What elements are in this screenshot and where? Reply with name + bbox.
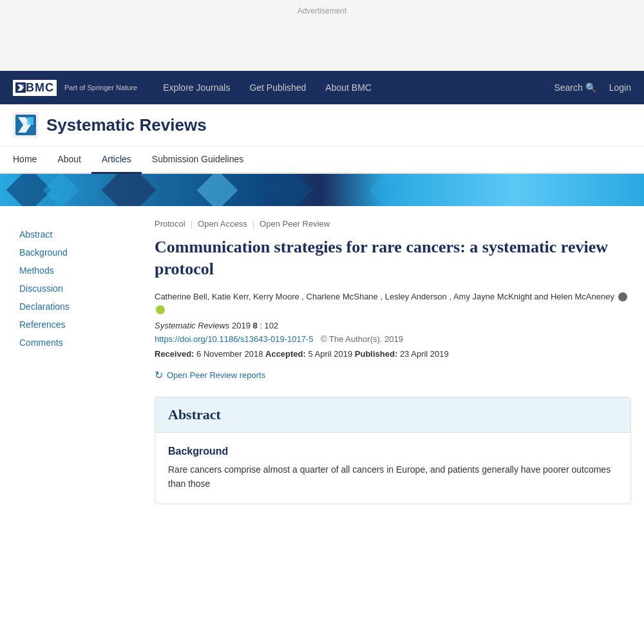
published-label: Published: (355, 349, 397, 359)
springer-nature-text: Part of Springer Nature (64, 84, 137, 91)
search-icon: 🔍 (585, 82, 596, 93)
banner-decoration (0, 174, 644, 206)
published-date: 23 April 2019 (400, 349, 449, 359)
orcid-icon (156, 305, 165, 314)
nav-home[interactable]: Home (13, 146, 47, 174)
copyright-text: © The Author(s). 2019 (321, 334, 403, 344)
banner-shape-5 (267, 174, 313, 206)
sidebar-item-references[interactable]: References (13, 316, 142, 334)
badge-peer-review: Open Peer Review (260, 219, 330, 229)
get-published-link[interactable]: Get Published (249, 82, 306, 93)
sidebar-item-abstract[interactable]: Abstract (13, 225, 142, 243)
search-button[interactable]: Search 🔍 (554, 82, 596, 93)
doi-line: https://doi.org/10.1186/s13643-019-1017-… (155, 334, 631, 344)
banner-shape-4 (197, 174, 238, 206)
accepted-date: 5 April 2019 (308, 349, 353, 359)
badge-protocol: Protocol (155, 219, 185, 229)
article-sidebar: Abstract Background Methods Discussion D… (13, 219, 142, 517)
abstract-body: Background Rare cancers comprise almost … (155, 433, 630, 504)
explore-journals-link[interactable]: Explore Journals (163, 82, 230, 93)
sidebar-item-discussion[interactable]: Discussion (13, 279, 142, 298)
sidebar-link-methods[interactable]: Methods (19, 265, 54, 276)
sidebar-item-comments[interactable]: Comments (13, 334, 142, 352)
doi-link[interactable]: https://doi.org/10.1186/s13643-019-1017-… (155, 334, 313, 344)
about-bmc-link[interactable]: About BMC (325, 82, 372, 93)
abstract-title: Abstract (168, 406, 618, 423)
journal-header: Systematic Reviews (0, 104, 644, 146)
sidebar-link-declarations[interactable]: Declarations (19, 301, 70, 312)
banner-shape-6 (369, 174, 401, 205)
sidebar-item-background[interactable]: Background (13, 243, 142, 261)
journal-icon (13, 112, 39, 138)
advertisement-bar: Advertisement (0, 0, 644, 71)
peer-review-icon: ↻ (155, 369, 163, 381)
bmc-logo-box: BMC (13, 80, 57, 96)
journal-banner (0, 174, 644, 206)
journal-name-text: Systematic Reviews (155, 321, 229, 330)
top-nav-right: Search 🔍 Login (554, 82, 631, 93)
nav-submission-guidelines[interactable]: Submission Guidelines (142, 146, 254, 174)
received-label: Received: (155, 349, 194, 359)
banner-shape-3 (102, 174, 156, 206)
journal-info-line: Systematic Reviews 2019 8 : 102 (155, 321, 631, 330)
top-navigation: BMC Part of Springer Nature Explore Jour… (0, 71, 644, 104)
nav-articles[interactable]: Articles (91, 146, 142, 174)
article-dates: Received: 6 November 2018 Accepted: 5 Ap… (155, 349, 631, 359)
article-authors: Catherine Bell, Katie Kerr, Kerry Moore … (155, 290, 631, 316)
article-title: Communication strategies for rare cancer… (155, 236, 631, 280)
peer-review-link-text: Open Peer Review reports (167, 370, 265, 380)
sidebar-item-methods[interactable]: Methods (13, 261, 142, 279)
badge-open-access: Open Access (198, 219, 247, 229)
secondary-navigation: Home About Articles Submission Guideline… (0, 146, 644, 174)
volume-colon: : (260, 321, 262, 330)
top-nav-links: Explore Journals Get Published About BMC (163, 82, 554, 93)
sidebar-link-background[interactable]: Background (19, 247, 68, 258)
abstract-header: Abstract (155, 397, 630, 433)
journal-title: Systematic Reviews (46, 115, 207, 135)
peer-review-link[interactable]: ↻ Open Peer Review reports (155, 369, 631, 381)
authors-text: Catherine Bell, Katie Kerr, Kerry Moore … (155, 292, 614, 301)
article-year: 2019 (232, 321, 251, 330)
sidebar-link-references[interactable]: References (19, 319, 66, 330)
abstract-background-text: Rare cancers comprise almost a quarter o… (168, 462, 618, 491)
advertisement-label: Advertisement (298, 6, 347, 15)
svg-rect-6 (27, 117, 33, 125)
bmc-logo[interactable]: BMC Part of Springer Nature (13, 80, 137, 96)
article-nav-list: Abstract Background Methods Discussion D… (13, 219, 142, 358)
sidebar-link-discussion[interactable]: Discussion (19, 283, 63, 294)
bmc-text: BMC (26, 81, 54, 95)
sidebar-link-abstract[interactable]: Abstract (19, 229, 52, 240)
article-number: 102 (265, 321, 279, 330)
article-volume: 8 (252, 321, 257, 330)
nav-about[interactable]: About (47, 146, 91, 174)
article-main: Protocol | Open Access | Open Peer Revie… (155, 219, 631, 517)
badge-separator-2: | (252, 219, 254, 229)
email-icon (618, 292, 627, 301)
accepted-label: Accepted: (265, 349, 306, 359)
banner-shape-2 (43, 174, 80, 206)
main-content: Abstract Background Methods Discussion D… (0, 206, 644, 530)
abstract-section: Abstract Background Rare cancers compris… (155, 397, 631, 505)
abstract-background-title: Background (168, 446, 618, 457)
article-badges: Protocol | Open Access | Open Peer Revie… (155, 219, 631, 229)
sidebar-link-comments[interactable]: Comments (19, 337, 63, 348)
bmc-logo-icon (15, 82, 26, 93)
sidebar-item-declarations[interactable]: Declarations (13, 298, 142, 316)
search-label: Search (554, 82, 582, 93)
badge-separator-1: | (191, 219, 193, 229)
login-button[interactable]: Login (609, 82, 631, 93)
received-date: 6 November 2018 (196, 349, 263, 359)
